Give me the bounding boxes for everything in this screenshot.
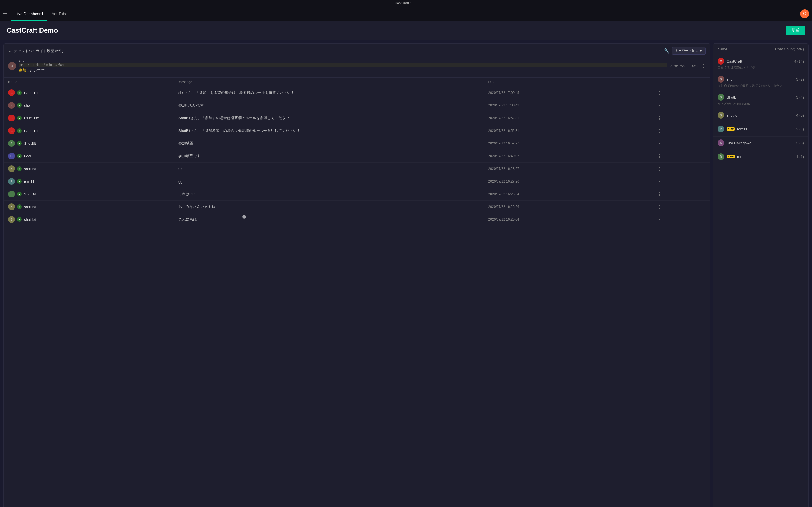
- row-menu-button[interactable]: ⋮: [658, 179, 662, 184]
- message-cell: こんにちは: [174, 213, 484, 226]
- wrench-icon[interactable]: 🔧: [664, 48, 670, 54]
- avatar: S: [718, 76, 724, 82]
- table-row: S ▶ shot lot こんにちは 2020/07/22 16:26:04 ⋮: [4, 213, 710, 226]
- nav-bar: ☰ Live Dashboard YouTube C: [0, 6, 812, 21]
- username: CastCraft: [24, 91, 40, 95]
- chat-table-section: Name Message Date C ▶ CastCraft shoさん、「参…: [4, 78, 710, 507]
- avatar: R: [8, 178, 15, 185]
- viewer-name: shot lot: [726, 113, 794, 117]
- row-menu-button[interactable]: ⋮: [658, 192, 662, 196]
- viewer-main: C CastCraft 4 (14): [718, 58, 804, 64]
- username: sho: [24, 103, 30, 108]
- chevron-up-icon[interactable]: ▲: [8, 49, 11, 53]
- user-cell: G ▶ God: [4, 150, 174, 162]
- message-cell: ShotBitさん、「参加希望」の場合は概要欄のルールを参照してください！: [174, 124, 484, 137]
- avatar: R: [718, 126, 724, 132]
- tab-live-dashboard[interactable]: Live Dashboard: [11, 6, 47, 21]
- platform-badge: ▶: [17, 205, 22, 209]
- highlight-item: s sho キーワード抽出:「参加」を含む 参加したいです 2020/07/22…: [8, 57, 706, 74]
- cut-button[interactable]: 切断: [786, 25, 805, 35]
- message-cell: これはGG: [174, 188, 484, 201]
- keyword-tag: キーワード抽出:「参加」を含む: [19, 62, 667, 67]
- app-logo: C: [800, 9, 809, 18]
- avatar: S: [8, 102, 15, 109]
- date-cell: 2020/07/22 16:28:27: [484, 163, 653, 175]
- viewer-count: 3 (7): [796, 77, 804, 81]
- row-menu-button[interactable]: ⋮: [658, 116, 662, 121]
- user-cell: C ▶ CastCraft: [4, 124, 174, 137]
- username: God: [24, 154, 31, 158]
- table-row: S ▶ ShotBit これはGG 2020/07/22 16:26:54 ⋮: [4, 188, 710, 201]
- message-cell: 参加したいです: [174, 99, 484, 112]
- table-row: S ▶ sho 参加したいです 2020/07/22 17:00:42 ⋮: [4, 99, 710, 112]
- page-title: CastCraft Demo: [7, 26, 58, 34]
- user-cell: C ▶ CastCraft: [4, 112, 174, 124]
- row-menu-button[interactable]: ⋮: [658, 166, 662, 171]
- avatar: C: [8, 115, 15, 121]
- highlight-text: 参加したいです: [19, 68, 667, 73]
- row-menu-button[interactable]: ⋮: [658, 205, 662, 209]
- user-cell: S ▶ shot lot: [4, 201, 174, 213]
- keyword-button[interactable]: キーワード抽... ▼: [672, 47, 706, 55]
- viewer-main: R NEW rom11 3 (3): [718, 126, 804, 132]
- viewer-count: 2 (3): [796, 141, 804, 145]
- viewer-main: S Sho Nakagawa 2 (3): [718, 139, 804, 146]
- message-cell: ShotBitさん、「参加」の場合は概要欄のルールを参照してください！: [174, 112, 484, 124]
- platform-badge: ▶: [17, 154, 22, 158]
- user-cell: S ▶ ShotBit: [4, 137, 174, 150]
- new-badge: NEW: [726, 127, 735, 131]
- table-row: S ▶ ShotBit 参加希望 2020/07/22 16:52:27 ⋮: [4, 137, 710, 150]
- user-cell: S ▶ sho: [4, 99, 174, 112]
- platform-badge: ▶: [17, 217, 22, 222]
- viewer-item: S ShotBit 3 (4) うさぎが好き Minecraft: [713, 91, 808, 109]
- avatar: S: [8, 216, 15, 223]
- username: ShotBit: [24, 192, 36, 196]
- message-cell: 参加希望です！: [174, 150, 484, 163]
- row-menu-button[interactable]: ⋮: [658, 217, 662, 222]
- viewer-name: CastCraft: [726, 59, 792, 63]
- username: shot lot: [24, 167, 36, 171]
- platform-badge: ▶: [17, 91, 22, 95]
- table-row: R ▶ rom11 gg!! 2020/07/22 16:27:26 ⋮: [4, 175, 710, 188]
- date-cell: 2020/07/22 16:26:54: [484, 188, 653, 201]
- viewer-list: C CastCraft 4 (14) 毎回くる 北海道にすんでる S sho 3…: [713, 55, 808, 164]
- right-panel-header: Name Chat Count(Total): [713, 44, 808, 55]
- platform-badge: ▶: [17, 166, 22, 171]
- date-cell: 2020/07/22 16:49:07: [484, 150, 653, 163]
- highlight-header: ▲ チャットハイライト履歴 (5件) 🔧 キーワード抽... ▼: [8, 47, 706, 55]
- row-menu-button[interactable]: ⋮: [658, 103, 662, 108]
- left-panel: ▲ チャットハイライト履歴 (5件) 🔧 キーワード抽... ▼ s sho: [3, 43, 711, 507]
- viewer-name: Sho Nakagawa: [726, 141, 794, 145]
- row-menu-button[interactable]: ⋮: [658, 128, 662, 133]
- viewer-item: C CastCraft 4 (14) 毎回くる 北海道にすんでる: [713, 55, 808, 73]
- row-menu-button[interactable]: ⋮: [658, 91, 662, 95]
- viewer-name: sho: [726, 77, 794, 81]
- col-name: Name: [4, 78, 174, 87]
- context-menu-button[interactable]: ⋮: [701, 63, 706, 68]
- viewer-main: S ShotBit 3 (4): [718, 94, 804, 101]
- avatar: C: [718, 58, 724, 64]
- highlight-section: ▲ チャットハイライト履歴 (5件) 🔧 キーワード抽... ▼ s sho: [4, 44, 710, 78]
- username: CastCraft: [24, 129, 40, 133]
- avatar: C: [8, 89, 15, 96]
- col-message: Message: [174, 78, 484, 87]
- avatar: S: [718, 94, 724, 101]
- hamburger-icon[interactable]: ☰: [3, 11, 7, 17]
- platform-badge: ▶: [17, 179, 22, 184]
- date-cell: 2020/07/22 16:26:26: [484, 201, 653, 213]
- row-menu-button[interactable]: ⋮: [658, 154, 662, 159]
- platform-badge: ▶: [17, 103, 22, 108]
- viewer-desc: はじめての配信で最初に来てくれた人。九州人: [718, 83, 804, 88]
- table-row: S ▶ shot lot お、みなさんいますね 2020/07/22 16:26…: [4, 201, 710, 213]
- message-cell: 参加希望: [174, 137, 484, 150]
- avatar: R: [718, 153, 724, 160]
- table-row: G ▶ God 参加希望です！ 2020/07/22 16:49:07 ⋮: [4, 150, 710, 163]
- viewer-main: S shot lot 4 (5): [718, 112, 804, 119]
- viewer-name: ShotBit: [726, 95, 794, 100]
- highlight-date: 2020/07/22 17:00:42: [670, 64, 698, 68]
- avatar: s: [8, 62, 16, 70]
- page-header: CastCraft Demo 切断: [0, 21, 812, 40]
- row-menu-button[interactable]: ⋮: [658, 141, 662, 146]
- tab-youtube[interactable]: YouTube: [47, 6, 72, 21]
- main-layout: ▲ チャットハイライト履歴 (5件) 🔧 キーワード抽... ▼ s sho: [0, 40, 812, 507]
